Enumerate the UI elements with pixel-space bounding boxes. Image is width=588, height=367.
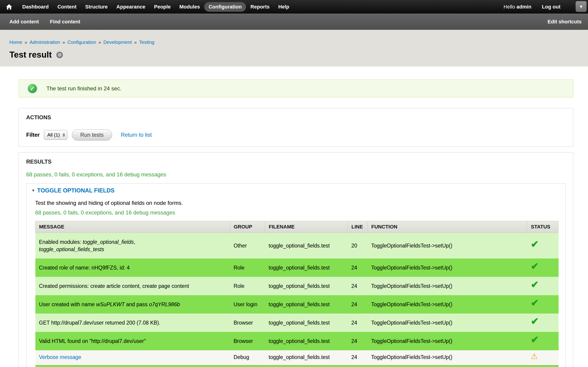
toolbar-item-modules[interactable]: Modules xyxy=(175,2,204,12)
group-summary: 68 passes, 0 fails, 0 exceptions, and 16… xyxy=(35,209,559,216)
breadcrumb-link-home[interactable]: Home xyxy=(9,40,22,45)
filename-cell: toggle_optional_fields.test xyxy=(265,233,348,259)
edit-shortcuts-link[interactable]: Edit shortcuts xyxy=(548,19,582,25)
status-cell: ✔ xyxy=(527,332,559,350)
toolbar-item-structure[interactable]: Structure xyxy=(81,2,112,12)
toolbar-item-content[interactable]: Content xyxy=(53,2,81,12)
results-table: MESSAGEGROUPFILENAMELINEFUNCTIONSTATUS E… xyxy=(35,221,559,367)
breadcrumb-link-testing[interactable]: Testing xyxy=(139,40,155,45)
group-body: Test the showing and hiding of optional … xyxy=(32,200,559,367)
contextual-links-button[interactable]: ⚙ xyxy=(56,52,63,58)
function-cell: ToggleOptionalFieldsTest->setUp() xyxy=(367,350,527,365)
gear-icon: ⚙ xyxy=(58,52,61,58)
check-icon: ✔ xyxy=(531,242,539,247)
message-text: and pass xyxy=(125,301,149,307)
filename-cell: toggle_optional_fields.test xyxy=(265,295,348,314)
toolbar-item-dashboard[interactable]: Dashboard xyxy=(18,2,53,12)
status-cell: ⚠ xyxy=(527,350,559,365)
line-cell: 24 xyxy=(347,314,367,332)
filename-cell xyxy=(265,365,348,367)
function-cell: ToggleOptionalFieldsTest->setUp() xyxy=(367,233,527,259)
message-emphasis: o7qYRL986b xyxy=(149,301,180,307)
line-cell xyxy=(347,365,367,367)
filename-cell: toggle_optional_fields.test xyxy=(265,277,348,295)
page-title: Test result xyxy=(9,50,52,60)
filter-select[interactable]: All (1) xyxy=(44,130,67,140)
breadcrumb-separator: » xyxy=(134,40,137,45)
group-title-link[interactable]: TOGGLE OPTIONAL FIELDS xyxy=(37,187,115,194)
column-header-line: LINE xyxy=(347,221,367,233)
message-cell: User created with name wSuPLKWT and pass… xyxy=(35,295,230,314)
breadcrumb: Home»Administration»Configuration»Develo… xyxy=(9,40,573,45)
check-icon: ✔ xyxy=(531,319,539,324)
breadcrumb-link-administration[interactable]: Administration xyxy=(30,40,60,45)
message-cell: Created permissions: create article cont… xyxy=(35,277,230,295)
status-cell: ✔ xyxy=(527,233,559,259)
return-to-list-link[interactable]: Return to list xyxy=(121,132,152,138)
toolbar-nav: DashboardContentStructureAppearancePeopl… xyxy=(18,2,294,12)
message-text: Verbose message xyxy=(39,354,81,360)
result-row: Enabled modules: toggle_optional_fields,… xyxy=(35,233,559,259)
verbose-message-link[interactable]: Verbose message xyxy=(39,354,81,360)
toolbar-right: Hello admin Log out xyxy=(503,4,561,10)
toolbar-item-help[interactable]: Help xyxy=(274,2,294,12)
group-cell: Browser xyxy=(230,314,265,332)
shortcut-add-content[interactable]: Add content xyxy=(9,19,39,25)
shortcut-links: Add contentFind content xyxy=(9,19,91,25)
function-cell: ToggleOptionalFieldsTest->setUp() xyxy=(367,295,527,314)
breadcrumb-separator: » xyxy=(62,40,65,45)
results-panel: RESULTS 68 passes, 0 fails, 0 exceptions… xyxy=(19,152,573,367)
shortcut-find-content[interactable]: Find content xyxy=(50,19,80,25)
admin-toolbar: DashboardContentStructureAppearancePeopl… xyxy=(0,0,588,14)
toolbar-item-people[interactable]: People xyxy=(150,2,175,12)
result-row: Valid HTML found on "http://drupal7.dev/… xyxy=(35,332,559,350)
page-header: Home»Administration»Configuration»Develo… xyxy=(0,30,588,67)
message-cell: GET http://drupal7.dev/user returned 200… xyxy=(35,314,230,332)
run-tests-button[interactable]: Run tests xyxy=(72,129,112,140)
home-icon[interactable] xyxy=(0,0,18,14)
result-row: GET http://drupal7.dev/user returned 200… xyxy=(35,314,559,332)
breadcrumb-separator: » xyxy=(98,40,101,45)
toolbar-item-appearance[interactable]: Appearance xyxy=(112,2,150,12)
message-text: Created permissions: create article cont… xyxy=(39,283,189,289)
breadcrumb-link-configuration[interactable]: Configuration xyxy=(67,40,96,45)
function-cell: ToggleOptionalFieldsTest->setUp() xyxy=(367,277,527,295)
line-cell: 24 xyxy=(347,332,367,350)
message-text: Valid HTML found on "http://drupal7.dev/… xyxy=(39,338,146,344)
triangle-down-icon xyxy=(63,135,65,137)
message-emphasis: toggle_optional_fields xyxy=(83,239,134,245)
result-row: Created permissions: create article cont… xyxy=(35,277,559,295)
select-arrows-icon xyxy=(63,133,65,137)
message-cell: Verbose message xyxy=(35,350,230,365)
results-table-header-row: MESSAGEGROUPFILENAMELINEFUNCTIONSTATUS xyxy=(35,221,559,233)
greeting-username: admin xyxy=(517,4,531,10)
greeting: Hello admin xyxy=(503,4,531,10)
result-row xyxy=(35,365,559,367)
filename-cell: toggle_optional_fields.test xyxy=(265,314,348,332)
function-cell: ToggleOptionalFieldsTest->setUp() xyxy=(367,314,527,332)
filter-label: Filter xyxy=(26,132,40,138)
caret-down-icon: ▼ xyxy=(32,189,35,193)
line-cell: 24 xyxy=(347,259,367,277)
result-row: Verbose messageDebugtoggle_optional_fiel… xyxy=(35,350,559,365)
column-header-group: GROUP xyxy=(230,221,265,233)
breadcrumb-separator: » xyxy=(25,40,27,45)
triangle-up-icon xyxy=(63,133,65,135)
status-cell: ✔ xyxy=(527,277,559,295)
status-message: ✓ The test run finished in 24 sec. xyxy=(19,80,573,98)
toolbar-toggle-button[interactable]: ▾ xyxy=(576,1,587,12)
message-text: , xyxy=(134,239,135,245)
message-cell: Valid HTML found on "http://drupal7.dev/… xyxy=(35,332,230,350)
status-cell: ✔ xyxy=(527,295,559,314)
check-glyph: ✓ xyxy=(30,85,35,92)
logout-link[interactable]: Log out xyxy=(542,4,561,10)
toolbar-item-configuration[interactable]: Configuration xyxy=(204,2,246,12)
status-cell xyxy=(527,365,559,367)
house-icon xyxy=(6,4,12,10)
group-cell: Role xyxy=(230,277,265,295)
message-text: User created with name xyxy=(39,301,96,307)
toolbar-item-reports[interactable]: Reports xyxy=(246,2,274,12)
result-row: Created role of name: nHQ9fFZS, id: 4Rol… xyxy=(35,259,559,277)
message-emphasis: toggle_optional_fields_tests xyxy=(39,246,104,252)
breadcrumb-link-development[interactable]: Development xyxy=(103,40,132,45)
